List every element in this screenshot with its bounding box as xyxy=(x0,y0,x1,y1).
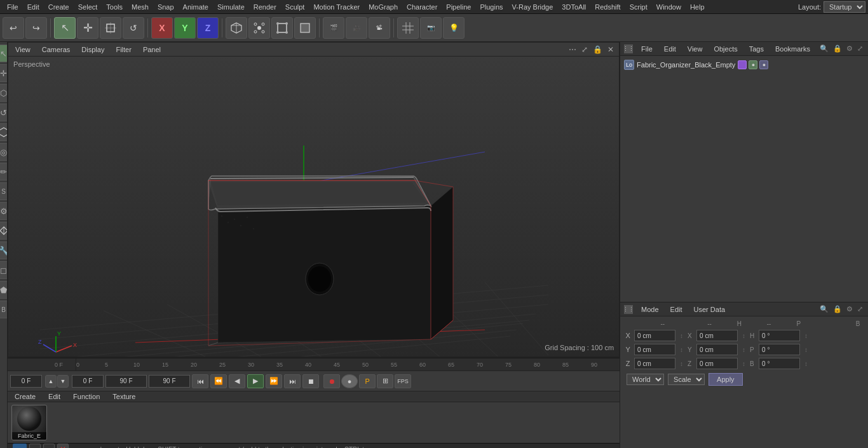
y-pos-input[interactable] xyxy=(634,344,675,355)
vp-expand-icon[interactable]: ⤢ xyxy=(580,44,589,55)
tool-select[interactable]: ↖ xyxy=(0,44,8,62)
select-mode-button[interactable]: ↖ xyxy=(54,17,76,39)
material-fabric[interactable]: Fabric_E xyxy=(11,405,47,440)
menu-character[interactable]: Character xyxy=(402,2,442,12)
rth-file[interactable]: File xyxy=(638,44,656,54)
object-mode-button[interactable] xyxy=(226,17,247,39)
go-to-start-button[interactable]: ⏮ xyxy=(192,374,208,388)
tool-spline[interactable]: S xyxy=(0,182,8,200)
attr-edit[interactable]: Edit xyxy=(667,304,686,315)
y-pos-arrow[interactable]: ↕ xyxy=(678,346,685,353)
tool-circle[interactable]: ◎ xyxy=(0,143,8,161)
scale-button[interactable] xyxy=(100,17,121,39)
rth-objects[interactable]: Objects xyxy=(710,44,740,54)
rth-bookmarks[interactable]: Bookmarks xyxy=(772,44,813,54)
tool-scale[interactable]: ⬡ xyxy=(0,84,8,102)
start-frame-input[interactable] xyxy=(72,375,104,388)
tool-polygon[interactable] xyxy=(0,123,8,141)
record-button[interactable]: ⏺ xyxy=(323,374,340,388)
bp-menu-function[interactable]: Function xyxy=(70,391,103,402)
light-button[interactable]: 💡 xyxy=(443,17,465,39)
attr-settings-icon[interactable]: ⚙ xyxy=(845,304,854,315)
vp-menu-filter[interactable]: Filter xyxy=(112,44,134,55)
close-status-icon[interactable]: ✕ xyxy=(57,444,69,448)
status-icon-2[interactable] xyxy=(43,444,55,448)
h-input[interactable] xyxy=(759,330,800,341)
menu-redshift[interactable]: Redshift xyxy=(590,2,625,12)
x-axis-button[interactable]: X xyxy=(151,17,173,39)
poly-mode-button[interactable] xyxy=(294,17,316,39)
object-color-swatch[interactable] xyxy=(738,60,747,69)
menu-help[interactable]: Help xyxy=(686,2,709,12)
menu-snap[interactable]: Snap xyxy=(153,2,179,12)
menu-pipeline[interactable]: Pipeline xyxy=(442,2,475,12)
menu-render[interactable]: Render xyxy=(249,2,281,12)
tool-pen[interactable]: ✏ xyxy=(0,163,8,180)
stop-button[interactable]: ⏹ xyxy=(302,374,319,388)
arrow-up-button[interactable]: ▲ xyxy=(45,375,57,388)
layout-select[interactable]: Startup xyxy=(824,1,865,13)
step-back-button[interactable]: ⏪ xyxy=(210,374,227,388)
y-axis-button[interactable]: Y xyxy=(174,17,196,39)
max-frame-input[interactable] xyxy=(149,375,190,388)
tool-paint[interactable]: 🔧 xyxy=(0,241,8,259)
z-size-arrow[interactable]: ↕ xyxy=(740,360,747,367)
undo-button[interactable]: ↩ xyxy=(3,17,24,39)
rth-edit[interactable]: Edit xyxy=(661,44,679,54)
vp-menu-display[interactable]: Display xyxy=(78,44,107,55)
keyframe-button[interactable]: ● xyxy=(341,374,358,388)
menu-simulate[interactable]: Simulate xyxy=(213,2,249,12)
vp-close-icon[interactable]: ✕ xyxy=(606,44,615,55)
x-pos-input[interactable] xyxy=(634,330,675,341)
object-row-main[interactable]: Lo Fabric_Organizer_Black_Empty ● ● xyxy=(624,60,768,70)
attr-lock-icon[interactable]: 🔒 xyxy=(832,304,843,315)
camera-button[interactable]: 📷 xyxy=(420,17,442,39)
attr-mode[interactable]: Mode xyxy=(638,304,662,315)
menu-plugins[interactable]: Plugins xyxy=(475,2,507,12)
bp-menu-texture[interactable]: Texture xyxy=(109,391,139,402)
status-icon-1[interactable] xyxy=(29,444,41,448)
edge-mode-button[interactable] xyxy=(271,17,293,39)
menu-tools[interactable]: Tools xyxy=(102,2,127,12)
vp-menu-cameras[interactable]: Cameras xyxy=(39,44,74,55)
play-back-button[interactable]: ◀ xyxy=(229,374,245,388)
vp-lock-icon[interactable]: 🔒 xyxy=(592,44,604,55)
z-size-input[interactable] xyxy=(696,358,738,369)
menu-vray[interactable]: V-Ray Bridge xyxy=(508,2,558,12)
rth-view[interactable]: View xyxy=(684,44,706,54)
y-size-input[interactable] xyxy=(696,344,738,355)
play-forward-button[interactable]: ▶ xyxy=(247,374,264,388)
world-select[interactable]: World xyxy=(627,374,664,385)
z-pos-input[interactable] xyxy=(634,358,675,369)
tool-brush[interactable]: B xyxy=(0,301,8,318)
arrow-down-button[interactable]: ▼ xyxy=(57,375,69,388)
p-arrow[interactable]: ↕ xyxy=(803,346,810,353)
vp-menu-panel[interactable]: Panel xyxy=(140,44,164,55)
menu-mesh[interactable]: Mesh xyxy=(127,2,153,12)
vp-menu-view[interactable]: View xyxy=(12,44,34,55)
b-arrow[interactable]: ↕ xyxy=(803,360,810,367)
motion-button[interactable]: ⊞ xyxy=(377,374,393,388)
menu-window[interactable]: Window xyxy=(652,2,686,12)
go-to-end-button[interactable]: ⏭ xyxy=(284,374,301,388)
attr-search-icon[interactable]: 🔍 xyxy=(818,304,830,315)
point-mode-button[interactable] xyxy=(248,17,270,39)
p-input[interactable] xyxy=(759,344,800,355)
z-axis-button[interactable]: Z xyxy=(197,17,219,39)
anim-mode-button[interactable]: P xyxy=(359,374,376,388)
bp-menu-create[interactable]: Create xyxy=(11,391,39,402)
tool-rotate[interactable]: ↺ xyxy=(0,104,8,121)
render-region-button[interactable]: 🎥 xyxy=(346,17,367,39)
h-arrow[interactable]: ↕ xyxy=(803,332,810,339)
object-visible-icon[interactable]: ● xyxy=(749,60,757,69)
tool-settings[interactable]: ⚙ xyxy=(0,202,8,220)
object-render-icon[interactable]: ● xyxy=(759,60,768,69)
rth-tags[interactable]: Tags xyxy=(746,44,767,54)
x-pos-arrow[interactable]: ↕ xyxy=(678,332,685,339)
menu-sculpt[interactable]: Sculpt xyxy=(281,2,309,12)
tool-symmetry[interactable]: ⬟ xyxy=(0,281,8,299)
menu-script[interactable]: Script xyxy=(625,2,652,12)
menu-3dtoall[interactable]: 3DToAll xyxy=(557,2,590,12)
menu-select[interactable]: Select xyxy=(74,2,102,12)
redo-button[interactable]: ↪ xyxy=(25,17,47,39)
